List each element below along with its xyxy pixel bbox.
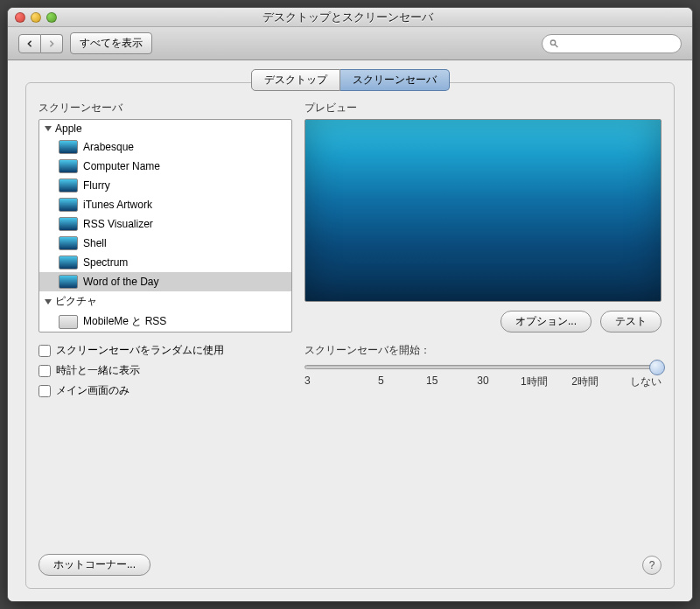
- list-item[interactable]: Shell: [39, 234, 291, 253]
- screensaver-list[interactable]: Apple Arabesque Computer Name Flurry iTu…: [38, 119, 292, 332]
- chevron-right-icon: [48, 40, 55, 47]
- panel: スクリーンセーバ Apple Arabesque Computer Name F…: [25, 82, 675, 589]
- screensaver-list-label: スクリーンセーバ: [38, 101, 292, 116]
- start-slider[interactable]: [304, 365, 662, 369]
- preview-label: プレビュー: [304, 101, 662, 116]
- screensaver-thumb-icon: [59, 159, 78, 173]
- nav-buttons: [18, 34, 63, 53]
- random-checkbox[interactable]: スクリーンセーバをランダムに使用: [38, 343, 292, 358]
- slider-thumb[interactable]: [649, 360, 665, 375]
- content: デスクトップ スクリーンセーバ スクリーンセーバ Apple Arabesque…: [8, 60, 692, 601]
- list-item[interactable]: Computer Name: [39, 157, 291, 176]
- list-item[interactable]: Spectrum: [39, 253, 291, 272]
- svg-line-1: [555, 44, 557, 46]
- back-button[interactable]: [18, 34, 41, 53]
- list-item[interactable]: MobileMe と RSS: [39, 312, 291, 332]
- preview-area: [304, 119, 662, 302]
- forward-button[interactable]: [41, 34, 63, 53]
- group-label: Apple: [55, 122, 82, 135]
- test-button[interactable]: テスト: [600, 311, 662, 332]
- chevron-left-icon: [26, 40, 33, 47]
- tab-screensaver[interactable]: スクリーンセーバ: [340, 69, 450, 91]
- slider-track: [304, 365, 662, 369]
- group-label: ピクチャ: [55, 294, 97, 309]
- help-button[interactable]: ?: [642, 556, 662, 575]
- disclosure-triangle-icon: [45, 299, 52, 304]
- disclosure-triangle-icon: [45, 126, 52, 131]
- close-icon[interactable]: [15, 12, 25, 23]
- checkbox-group: スクリーンセーバをランダムに使用 時計と一緒に表示 メイン画面のみ: [38, 343, 292, 398]
- screensaver-thumb-icon: [59, 275, 78, 289]
- main-display-checkbox[interactable]: メイン画面のみ: [38, 383, 292, 398]
- clock-checkbox[interactable]: 時計と一緒に表示: [38, 363, 292, 378]
- window-title: デスクトップとスクリーンセーバ: [57, 10, 638, 25]
- prefs-window: デスクトップとスクリーンセーバ すべてを表示 デスクトップ スクリーンセーバ ス…: [7, 7, 693, 602]
- group-pictures[interactable]: ピクチャ: [39, 291, 291, 312]
- show-all-button[interactable]: すべてを表示: [70, 32, 152, 54]
- svg-point-0: [550, 39, 555, 44]
- slider-label: スクリーンセーバを開始：: [304, 343, 662, 358]
- traffic-lights: [15, 12, 57, 23]
- minimize-icon[interactable]: [31, 12, 41, 23]
- list-item[interactable]: Arabesque: [39, 137, 291, 157]
- screensaver-thumb-icon: [59, 217, 78, 231]
- list-item[interactable]: Flurry: [39, 176, 291, 195]
- tab-desktop[interactable]: デスクトップ: [251, 69, 340, 91]
- list-item[interactable]: iTunes Artwork: [39, 195, 291, 214]
- screensaver-thumb-icon: [59, 315, 78, 329]
- screensaver-thumb-icon: [59, 256, 78, 270]
- help-icon: ?: [649, 559, 655, 571]
- toolbar: すべてを表示: [8, 27, 692, 60]
- screensaver-thumb-icon: [59, 236, 78, 250]
- search-field[interactable]: [542, 34, 682, 53]
- zoom-icon[interactable]: [46, 12, 57, 23]
- screensaver-thumb-icon: [59, 140, 78, 154]
- list-item[interactable]: Word of the Day: [39, 272, 291, 291]
- slider-tick-labels: 3 5 15 30 1時間 2時間 しない: [304, 374, 662, 389]
- titlebar[interactable]: デスクトップとスクリーンセーバ: [8, 8, 692, 27]
- screensaver-thumb-icon: [59, 178, 78, 192]
- tab-bar: デスクトップ スクリーンセーバ: [25, 69, 675, 91]
- hot-corners-button[interactable]: ホットコーナー...: [38, 554, 150, 576]
- list-item[interactable]: RSS Visualizer: [39, 214, 291, 234]
- screensaver-thumb-icon: [59, 198, 78, 212]
- group-apple[interactable]: Apple: [39, 120, 291, 137]
- options-button[interactable]: オプション...: [500, 311, 592, 332]
- search-input[interactable]: [563, 38, 674, 50]
- search-icon: [550, 38, 559, 49]
